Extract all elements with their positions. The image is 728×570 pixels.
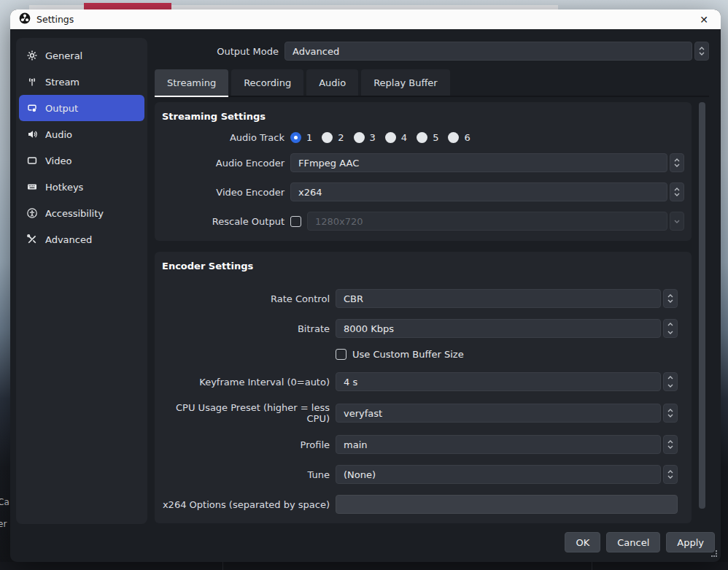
title-bar[interactable]: Settings ✕ [10,9,721,29]
rescale-output-label: Rescale Output [162,216,284,227]
x264-options-row: x264 Options (separated by space) [162,495,678,514]
bitrate-row: Bitrate 8000 Kbps [162,319,678,338]
resize-grip[interactable] [711,546,718,560]
radio-selected-icon[interactable] [290,132,301,143]
cpu-preset-label: CPU Usage Preset (higher = less CPU) [162,402,330,424]
sidebar-item-label: Audio [45,129,72,140]
vertical-scrollbar[interactable] [699,102,705,509]
encoder-settings-panel: Encoder Settings Rate Control CBR Bitrat… [155,252,692,523]
custom-buffer-row: Use Custom Buffer Size [336,349,684,360]
tune-select[interactable]: (None) [336,465,678,484]
background-text-fragment: er [0,519,7,529]
radio-track-3[interactable]: 3 [354,132,376,143]
radio-track-6[interactable]: 6 [448,132,470,143]
settings-sidebar: General Stream [16,38,147,524]
monitor-icon [26,155,38,166]
radio-track-4[interactable]: 4 [385,132,407,143]
window-title: Settings [36,14,74,25]
radio-icon[interactable] [417,132,427,143]
spinner-arrows[interactable] [694,42,709,61]
profile-select[interactable]: main [336,435,678,454]
sidebar-item-general[interactable]: General [19,42,144,69]
tab-streaming[interactable]: Streaming [155,69,228,96]
tune-row: Tune (None) [162,465,678,484]
sidebar-item-audio[interactable]: Audio [19,121,144,147]
spinner-arrows[interactable] [663,465,678,484]
tab-replay-buffer[interactable]: Replay Buffer [361,69,450,96]
sidebar-item-stream[interactable]: Stream [19,69,144,95]
output-mode-label: Output Mode [155,46,279,57]
sidebar-item-advanced[interactable]: Advanced [19,226,144,253]
bitrate-spinbox[interactable]: 8000 Kbps [336,319,678,338]
tab-audio[interactable]: Audio [306,69,358,96]
cpu-preset-select[interactable]: veryfast [336,404,678,423]
rate-control-value[interactable]: CBR [336,289,661,308]
radio-icon[interactable] [385,132,396,143]
sidebar-item-label: Output [45,103,78,114]
radio-icon[interactable] [448,132,459,143]
spinner-arrows[interactable] [663,319,678,338]
divider [592,562,592,570]
spinner-arrows[interactable] [663,404,678,423]
keyframe-interval-row: Keyframe Interval (0=auto) 4 s [162,372,678,391]
radio-track-1[interactable]: 1 [290,132,312,143]
radio-icon[interactable] [322,132,333,143]
dialog-footer: OK Cancel Apply [565,532,715,552]
output-screen-icon [26,102,38,114]
rescale-output-checkbox[interactable] [290,216,301,227]
panel-title: Streaming Settings [162,111,684,122]
keyframe-interval-spinbox[interactable]: 4 s [336,372,678,391]
keyboard-icon [26,181,38,193]
speaker-icon [26,128,38,140]
video-encoder-select[interactable]: x264 [290,182,684,201]
obs-logo-icon [19,12,31,27]
radio-icon[interactable] [354,132,365,143]
tab-recording[interactable]: Recording [231,69,303,96]
spinner-arrows[interactable] [663,372,678,391]
rescale-resolution-value: 1280x720 [307,212,667,231]
output-mode-value[interactable]: Advanced [284,42,692,61]
sidebar-item-video[interactable]: Video [19,147,144,174]
cancel-button[interactable]: Cancel [606,532,660,552]
profile-value[interactable]: main [336,435,661,454]
cpu-preset-value[interactable]: veryfast [336,404,661,423]
spinner-arrows[interactable] [670,153,684,172]
sidebar-item-accessibility[interactable]: Accessibility [19,200,144,226]
custom-buffer-checkbox[interactable] [336,349,346,360]
panel-title: Encoder Settings [162,261,684,271]
divider [222,562,223,570]
profile-label: Profile [162,439,330,450]
x264-options-input[interactable] [336,495,678,514]
screen: Ca er Settings ✕ [0,0,728,570]
spinner-arrows[interactable] [670,182,684,201]
keyframe-interval-label: Keyframe Interval (0=auto) [162,377,330,388]
gear-icon [26,50,38,61]
x264-options-label: x264 Options (separated by space) [162,499,330,510]
audio-encoder-select[interactable]: FFmpeg AAC [290,153,684,172]
audio-encoder-value[interactable]: FFmpeg AAC [290,153,667,172]
sidebar-item-label: Advanced [45,234,92,245]
video-encoder-value[interactable]: x264 [290,182,667,201]
audio-track-radios: 1 2 3 4 5 6 [290,132,471,143]
sidebar-item-hotkeys[interactable]: Hotkeys [19,174,144,200]
apply-button[interactable]: Apply [666,532,715,552]
tune-value[interactable]: (None) [336,465,661,484]
sidebar-item-output[interactable]: Output [19,95,144,121]
bitrate-value[interactable]: 8000 Kbps [336,319,661,338]
output-mode-row: Output Mode Advanced [155,42,709,61]
radio-track-5[interactable]: 5 [417,132,438,143]
profile-row: Profile main [162,435,678,454]
background-bottom-strip [0,562,728,570]
rate-control-select[interactable]: CBR [336,289,678,308]
antenna-icon [26,76,38,88]
ok-button[interactable]: OK [565,532,600,552]
spinner-arrows[interactable] [663,289,678,308]
close-icon[interactable]: ✕ [696,12,712,28]
radio-track-2[interactable]: 2 [322,132,344,143]
rescale-output-row: Rescale Output 1280x720 [162,212,684,231]
keyframe-interval-value[interactable]: 4 s [336,372,661,391]
background-text-fragment: Ca [0,497,9,507]
spinner-arrows[interactable] [663,435,678,454]
tune-label: Tune [162,469,330,480]
output-mode-select[interactable]: Advanced [284,42,709,61]
